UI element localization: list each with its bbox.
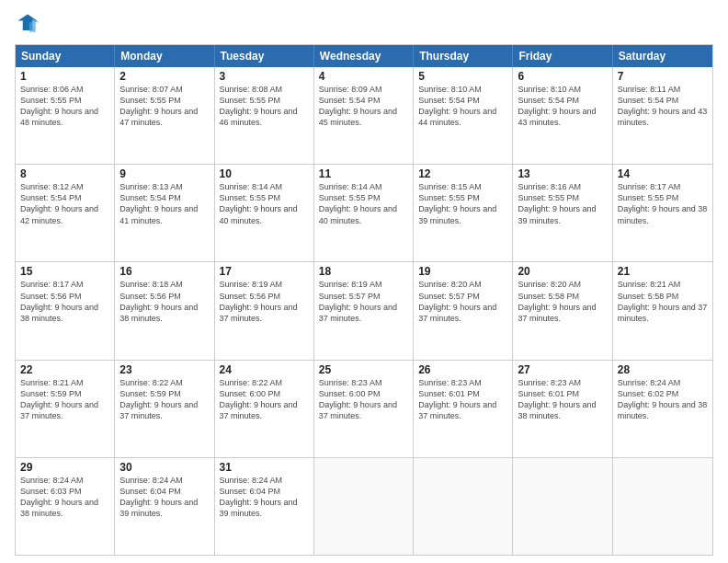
cell-info: Sunrise: 8:22 AMSunset: 5:59 PMDaylight:… [119,377,209,422]
cell-info: Sunrise: 8:07 AMSunset: 5:55 PMDaylight:… [119,84,209,129]
cell-info: Sunrise: 8:15 AMSunset: 5:55 PMDaylight:… [418,181,507,226]
calendar-cell: 18Sunrise: 8:19 AMSunset: 5:57 PMDayligh… [314,262,414,359]
cell-info: Sunrise: 8:06 AMSunset: 5:55 PMDaylight:… [20,84,109,129]
cell-info: Sunrise: 8:10 AMSunset: 5:54 PMDaylight:… [518,84,607,129]
cell-info: Sunrise: 8:22 AMSunset: 6:00 PMDaylight:… [220,377,309,422]
weekday-header-sunday: Sunday [16,45,115,67]
cell-info: Sunrise: 8:24 AMSunset: 6:03 PMDaylight:… [20,475,109,520]
weekday-header-friday: Friday [513,45,612,67]
calendar-cell: 9Sunrise: 8:13 AMSunset: 5:54 PMDaylight… [115,165,214,261]
day-number: 10 [220,167,309,180]
day-number: 12 [418,167,507,180]
day-number: 28 [618,363,708,376]
calendar-cell: 22Sunrise: 8:21 AMSunset: 5:59 PMDayligh… [16,361,115,457]
cell-info: Sunrise: 8:23 AMSunset: 6:00 PMDaylight:… [319,377,408,422]
calendar-cell: 26Sunrise: 8:23 AMSunset: 6:01 PMDayligh… [414,361,513,457]
cell-info: Sunrise: 8:20 AMSunset: 5:58 PMDaylight:… [518,279,607,324]
day-number: 16 [119,265,209,278]
cell-info: Sunrise: 8:11 AMSunset: 5:54 PMDaylight:… [618,84,708,129]
calendar-cell: 10Sunrise: 8:14 AMSunset: 5:55 PMDayligh… [215,165,314,261]
day-number: 19 [418,265,507,278]
day-number: 20 [518,265,607,278]
day-number: 18 [319,265,408,278]
page: SundayMondayTuesdayWednesdayThursdayFrid… [0,0,728,563]
day-number: 1 [20,70,109,83]
calendar-cell: 16Sunrise: 8:18 AMSunset: 5:56 PMDayligh… [115,262,214,359]
logo [15,11,44,37]
calendar-cell: 20Sunrise: 8:20 AMSunset: 5:58 PMDayligh… [513,262,612,359]
day-number: 8 [20,167,109,180]
calendar-row-1: 1Sunrise: 8:06 AMSunset: 5:55 PMDaylight… [16,67,712,164]
calendar-body: 1Sunrise: 8:06 AMSunset: 5:55 PMDaylight… [16,67,712,555]
cell-info: Sunrise: 8:20 AMSunset: 5:57 PMDaylight:… [418,279,507,324]
cell-info: Sunrise: 8:21 AMSunset: 5:58 PMDaylight:… [618,279,708,324]
calendar-cell: 21Sunrise: 8:21 AMSunset: 5:58 PMDayligh… [613,262,712,359]
calendar-cell: 30Sunrise: 8:24 AMSunset: 6:04 PMDayligh… [115,458,214,555]
day-number: 2 [119,70,209,83]
day-number: 7 [618,70,708,83]
day-number: 6 [518,70,607,83]
calendar-cell [314,458,414,555]
header [15,11,713,37]
cell-info: Sunrise: 8:18 AMSunset: 5:56 PMDaylight:… [119,279,209,324]
weekday-header-tuesday: Tuesday [215,45,314,67]
calendar-cell: 17Sunrise: 8:19 AMSunset: 5:56 PMDayligh… [215,262,314,359]
calendar-cell [414,458,513,555]
calendar-cell: 24Sunrise: 8:22 AMSunset: 6:00 PMDayligh… [215,361,314,457]
day-number: 27 [518,363,607,376]
weekday-header-monday: Monday [115,45,214,67]
calendar-cell: 31Sunrise: 8:24 AMSunset: 6:04 PMDayligh… [215,458,314,555]
cell-info: Sunrise: 8:23 AMSunset: 6:01 PMDaylight:… [518,377,607,422]
day-number: 17 [220,265,309,278]
cell-info: Sunrise: 8:09 AMSunset: 5:54 PMDaylight:… [319,84,408,129]
day-number: 22 [20,363,109,376]
day-number: 23 [119,363,209,376]
day-number: 21 [618,265,708,278]
day-number: 5 [418,70,507,83]
calendar: SundayMondayTuesdayWednesdayThursdayFrid… [15,44,713,556]
calendar-header: SundayMondayTuesdayWednesdayThursdayFrid… [16,45,712,67]
cell-info: Sunrise: 8:17 AMSunset: 5:55 PMDaylight:… [618,181,708,226]
calendar-cell: 15Sunrise: 8:17 AMSunset: 5:56 PMDayligh… [16,262,115,359]
weekday-header-wednesday: Wednesday [314,45,414,67]
day-number: 25 [319,363,408,376]
calendar-cell: 12Sunrise: 8:15 AMSunset: 5:55 PMDayligh… [414,165,513,261]
calendar-cell: 8Sunrise: 8:12 AMSunset: 5:54 PMDaylight… [16,165,115,261]
calendar-cell: 3Sunrise: 8:08 AMSunset: 5:55 PMDaylight… [215,67,314,164]
calendar-cell: 7Sunrise: 8:11 AMSunset: 5:54 PMDaylight… [613,67,712,164]
calendar-row-2: 8Sunrise: 8:12 AMSunset: 5:54 PMDaylight… [16,164,712,261]
weekday-header-thursday: Thursday [414,45,513,67]
cell-info: Sunrise: 8:19 AMSunset: 5:57 PMDaylight:… [319,279,408,324]
cell-info: Sunrise: 8:16 AMSunset: 5:55 PMDaylight:… [518,181,607,226]
day-number: 13 [518,167,607,180]
cell-info: Sunrise: 8:08 AMSunset: 5:55 PMDaylight:… [220,84,309,129]
day-number: 29 [20,461,109,474]
cell-info: Sunrise: 8:13 AMSunset: 5:54 PMDaylight:… [119,181,209,226]
day-number: 4 [319,70,408,83]
cell-info: Sunrise: 8:24 AMSunset: 6:04 PMDaylight:… [119,475,209,520]
cell-info: Sunrise: 8:21 AMSunset: 5:59 PMDaylight:… [20,377,109,422]
cell-info: Sunrise: 8:14 AMSunset: 5:55 PMDaylight:… [220,181,309,226]
cell-info: Sunrise: 8:12 AMSunset: 5:54 PMDaylight:… [20,181,109,226]
calendar-row-3: 15Sunrise: 8:17 AMSunset: 5:56 PMDayligh… [16,261,712,359]
cell-info: Sunrise: 8:10 AMSunset: 5:54 PMDaylight:… [418,84,507,129]
calendar-cell: 1Sunrise: 8:06 AMSunset: 5:55 PMDaylight… [16,67,115,164]
cell-info: Sunrise: 8:24 AMSunset: 6:04 PMDaylight:… [220,475,309,520]
cell-info: Sunrise: 8:19 AMSunset: 5:56 PMDaylight:… [220,279,309,324]
day-number: 9 [119,167,209,180]
cell-info: Sunrise: 8:24 AMSunset: 6:02 PMDaylight:… [618,377,708,422]
calendar-row-5: 29Sunrise: 8:24 AMSunset: 6:03 PMDayligh… [16,457,712,555]
day-number: 30 [119,461,209,474]
calendar-cell: 14Sunrise: 8:17 AMSunset: 5:55 PMDayligh… [613,165,712,261]
calendar-cell: 2Sunrise: 8:07 AMSunset: 5:55 PMDaylight… [115,67,214,164]
calendar-cell: 23Sunrise: 8:22 AMSunset: 5:59 PMDayligh… [115,361,214,457]
calendar-cell: 27Sunrise: 8:23 AMSunset: 6:01 PMDayligh… [513,361,612,457]
calendar-cell: 6Sunrise: 8:10 AMSunset: 5:54 PMDaylight… [513,67,612,164]
calendar-cell: 5Sunrise: 8:10 AMSunset: 5:54 PMDaylight… [414,67,513,164]
day-number: 24 [220,363,309,376]
calendar-row-4: 22Sunrise: 8:21 AMSunset: 5:59 PMDayligh… [16,360,712,457]
calendar-cell [513,458,612,555]
weekday-header-saturday: Saturday [613,45,712,67]
calendar-cell: 13Sunrise: 8:16 AMSunset: 5:55 PMDayligh… [513,165,612,261]
calendar-cell: 19Sunrise: 8:20 AMSunset: 5:57 PMDayligh… [414,262,513,359]
